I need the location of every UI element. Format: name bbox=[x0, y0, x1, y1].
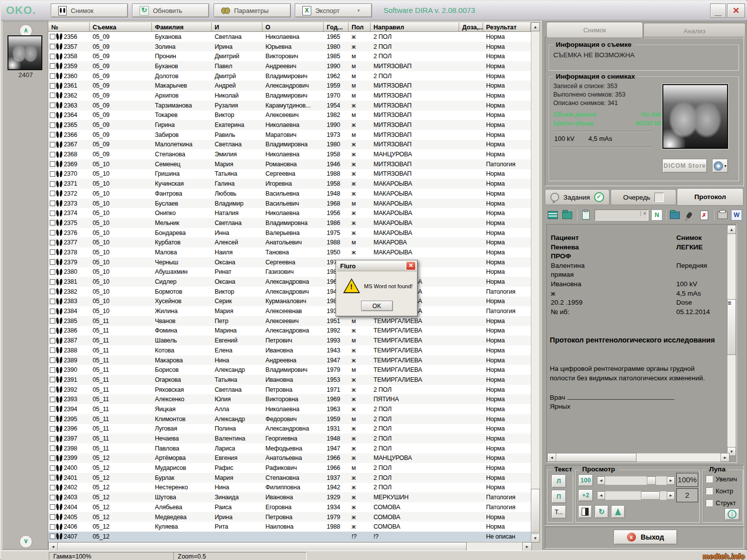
table-row[interactable]: 240205_12НестеренкоНинаФилипповна1942ж2 … bbox=[48, 483, 531, 493]
microphone-icon[interactable] bbox=[683, 210, 695, 221]
row-checkbox[interactable] bbox=[50, 279, 55, 285]
delete-doc-icon[interactable]: ✗ bbox=[698, 210, 710, 221]
table-row[interactable]: 237205_10ФантроваЛюбовьВасильевна1948жМА… bbox=[48, 189, 531, 199]
gamma-slider[interactable]: ◄ ► bbox=[597, 491, 675, 500]
row-checkbox[interactable] bbox=[50, 485, 55, 490]
table-row[interactable]: 237705_10КурбатовАлексейАнатольевич1988м… bbox=[48, 237, 531, 247]
loupe-option-structure[interactable]: Структ bbox=[706, 499, 736, 507]
table-row[interactable]: 237405_10ОнипкоНаталияНиколаевна1956жМАК… bbox=[48, 208, 531, 218]
row-checkbox[interactable] bbox=[50, 259, 55, 265]
row-checkbox[interactable] bbox=[50, 54, 55, 59]
scroll-down-icon[interactable]: ▼ bbox=[531, 534, 540, 543]
table-vscrollbar[interactable] bbox=[531, 22, 540, 543]
table-row[interactable]: 238205_10БормотовВикторАлександрович1949… bbox=[48, 287, 531, 297]
parameters-button[interactable]: Параметры bbox=[214, 3, 291, 17]
invert-button[interactable] bbox=[578, 505, 592, 518]
zoom-100-button[interactable]: 100 bbox=[578, 474, 593, 486]
row-checkbox[interactable] bbox=[50, 132, 55, 137]
column-header[interactable]: Фамилия bbox=[152, 22, 212, 32]
table-row[interactable]: 236905_10СеменецМарияРомановна1946жМИТЯЗ… bbox=[48, 159, 531, 169]
word-icon[interactable]: W bbox=[731, 210, 742, 221]
table-row[interactable]: 237005_10ГришинаТатьянаСергеевна1988жМИТ… bbox=[48, 169, 531, 179]
table-row[interactable]: 239805_11ПавловаЛарисаМефодьевна1947ж2 П… bbox=[48, 444, 531, 453]
row-checkbox[interactable] bbox=[50, 191, 55, 196]
table-row[interactable]: 238305_10ХусейновСерикКурманалович1985мТ… bbox=[48, 297, 531, 307]
table-row[interactable]: 237805_10МаловаНаиляТановна1950жМАКАРОЫВ… bbox=[48, 247, 531, 257]
text-t-button[interactable]: Т... bbox=[551, 505, 566, 519]
image-folder-icon[interactable] bbox=[669, 210, 681, 221]
table-row[interactable]: 235605_09БухановаСветланаНиколаевна1965ж… bbox=[48, 32, 531, 42]
xray-thumbnail[interactable] bbox=[7, 35, 42, 70]
table-row[interactable]: 238905_11МакароваНинаАндреевна1947жТЕМИР… bbox=[48, 355, 531, 365]
scroll-down-icon[interactable]: ∨ bbox=[19, 535, 32, 548]
dialog-close-icon[interactable]: ✕ bbox=[406, 261, 416, 270]
row-checkbox[interactable] bbox=[50, 436, 55, 442]
row-checkbox[interactable] bbox=[50, 495, 55, 500]
row-checkbox[interactable] bbox=[50, 387, 55, 392]
row-checkbox[interactable] bbox=[50, 122, 55, 128]
vscroll-thumb[interactable]: ≡ bbox=[727, 299, 736, 355]
row-checkbox[interactable] bbox=[50, 475, 55, 480]
row-checkbox[interactable] bbox=[50, 112, 55, 118]
row-checkbox[interactable] bbox=[50, 347, 55, 353]
scroll-up-icon[interactable]: ▲ bbox=[531, 22, 540, 31]
cd-burn-button[interactable]: ▾ bbox=[712, 159, 728, 173]
loupe-option-contrast[interactable]: Контр bbox=[706, 487, 733, 495]
row-checkbox[interactable] bbox=[50, 465, 55, 471]
row-checkbox[interactable] bbox=[50, 299, 55, 304]
tab-analiz[interactable]: Анализ bbox=[643, 23, 746, 38]
table-row[interactable]: 238405_10ЖилинаМарияАлексеевнав1933жТЕМИ… bbox=[48, 306, 531, 316]
table-row[interactable]: 236105_09МакарычевАндрейАлександрович195… bbox=[48, 81, 531, 91]
template-list-icon[interactable] bbox=[547, 210, 559, 221]
protocol-editor[interactable]: ПациентПеняеваПРОФВалентинапрямаяИвановн… bbox=[546, 224, 737, 463]
column-header[interactable]: Результат bbox=[483, 22, 531, 32]
tab-ochered[interactable]: Очередь bbox=[611, 189, 676, 205]
table-row[interactable]: 239905_12АртёморваЕвгенияАнатольевна1966… bbox=[48, 453, 531, 463]
row-checkbox[interactable] bbox=[50, 367, 55, 373]
row-checkbox[interactable] bbox=[50, 309, 55, 314]
scroll-left-icon[interactable]: ◄ bbox=[547, 453, 556, 462]
table-row[interactable]: 239105_11ОгарковаТатьянаИвановна1953жТЕМ… bbox=[48, 375, 531, 385]
table-row[interactable]: 236705_09МалолеткинаСветланаВладимировна… bbox=[48, 140, 531, 150]
table-row[interactable]: 237905_10ЧернышОксанаСергеевна1971жМАКАР… bbox=[48, 257, 531, 267]
table-row[interactable]: 238005_10АбушахминРинатГазизович1980мМАК… bbox=[48, 267, 531, 277]
row-checkbox[interactable] bbox=[50, 211, 55, 216]
row-checkbox[interactable] bbox=[50, 171, 55, 177]
row-checkbox[interactable] bbox=[50, 152, 55, 157]
scroll-up-icon[interactable]: ▲ bbox=[727, 225, 736, 234]
zoom-slider[interactable]: ◄ ► bbox=[597, 476, 675, 485]
dialog-ok-button[interactable]: OK bbox=[361, 301, 393, 311]
table-row[interactable]: 237105_10КучинскаяГалинаИгоревна1958жМАК… bbox=[48, 179, 531, 189]
table-row[interactable]: 238805_11КотоваЕленаИвановна1943жТЕМИРГА… bbox=[48, 345, 531, 355]
rotate-button[interactable]: ↻ bbox=[595, 505, 609, 518]
row-checkbox[interactable] bbox=[50, 377, 55, 382]
row-checkbox[interactable] bbox=[50, 181, 55, 187]
table-row[interactable]: 240505_12МедведеваИринаПетровна1979жСОМО… bbox=[48, 512, 531, 522]
table-row[interactable]: 240405_12АлябьеваРаисаЕгоровна1934жСОМОВ… bbox=[48, 502, 531, 512]
row-checkbox[interactable] bbox=[50, 103, 55, 108]
table-row[interactable]: 236505_09ГиринаЕкатеринаНиколаевна1990жМ… bbox=[48, 120, 531, 130]
table-row[interactable]: 238705_11ШавельЕвгенийПетрович1993мТЕМИР… bbox=[48, 336, 531, 345]
row-checkbox[interactable] bbox=[50, 63, 55, 69]
share-folder-icon[interactable] bbox=[562, 210, 574, 221]
table-row[interactable]: 236605_09ЗабировРавильМаратович1973мМИТЯ… bbox=[48, 130, 531, 140]
row-checkbox[interactable] bbox=[50, 142, 55, 147]
table-row[interactable]: 236405_09ТокаревВикторАлексеевич1982мМИТ… bbox=[48, 111, 531, 120]
table-row[interactable]: 237305_10БуслаевВладимирВасильевич1968мМ… bbox=[48, 199, 531, 209]
row-checkbox[interactable] bbox=[50, 357, 55, 363]
table-row[interactable]: 239705_11НечаеваВалентинаГеоргиевна1948ж… bbox=[48, 434, 531, 444]
column-header[interactable]: О bbox=[262, 22, 324, 32]
table-row[interactable]: 239205_11РяховскаяСветланаПетровна1971ж2… bbox=[48, 385, 531, 395]
row-checkbox[interactable] bbox=[50, 416, 55, 422]
refresh-button[interactable]: ↻ Обновить bbox=[132, 3, 209, 17]
row-checkbox[interactable] bbox=[50, 534, 55, 539]
table-row[interactable]: 239405_11ЯицкаяАллаНиколаевна1963ж2 ПОЛН… bbox=[48, 404, 531, 414]
text-lambda-button[interactable]: Л bbox=[551, 474, 566, 488]
table-row[interactable]: 239005_11БорисовАлександрВладимирович197… bbox=[48, 365, 531, 375]
tab-protokol[interactable]: Протокол bbox=[677, 188, 744, 206]
minimize-button[interactable]: __ bbox=[710, 3, 726, 18]
row-checkbox[interactable] bbox=[50, 426, 55, 432]
tab-zadaniya[interactable]: Задания ✓ bbox=[545, 189, 610, 205]
column-header[interactable]: Год... bbox=[324, 22, 349, 32]
table-row[interactable]: 238605_11ФоминаМаринаАлександровна1992жТ… bbox=[48, 326, 531, 336]
